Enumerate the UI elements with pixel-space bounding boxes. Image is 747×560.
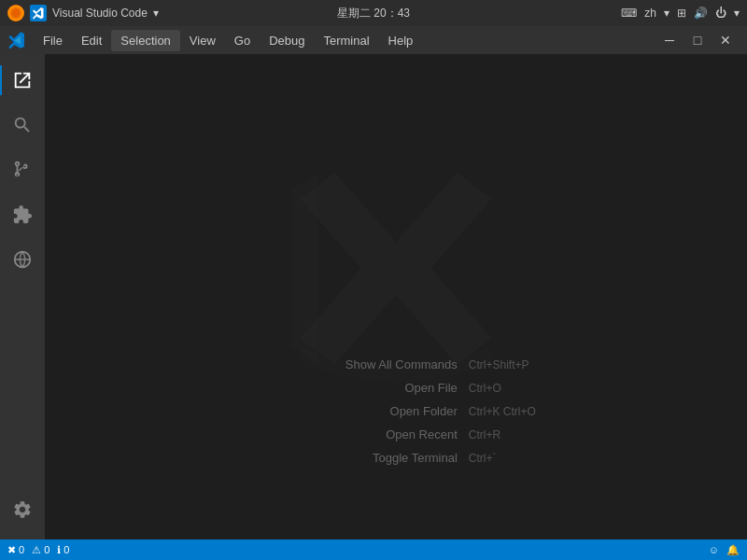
- shortcut-key-1: Ctrl+O: [469, 382, 501, 395]
- status-info[interactable]: ℹ 0: [57, 544, 69, 556]
- volume-icon: 🔊: [694, 7, 708, 20]
- shortcut-name-2: Open Folder: [336, 404, 458, 418]
- activity-bar: [0, 54, 45, 539]
- error-icon: ✖: [7, 544, 16, 556]
- info-icon: ℹ: [57, 544, 61, 556]
- warning-icon: ⚠: [32, 544, 41, 556]
- menu-bar: File Edit Selection View Go Debug Termin…: [34, 30, 655, 51]
- shortcut-key-4: Ctrl+`: [469, 452, 497, 465]
- activity-source-control[interactable]: [0, 147, 45, 192]
- keyboard-icon: ⌨: [621, 7, 637, 20]
- minimize-button[interactable]: ─: [655, 26, 684, 54]
- activity-remote[interactable]: [0, 237, 45, 282]
- vscode-taskbar-icon[interactable]: [30, 5, 47, 21]
- bell-icon: 🔔: [726, 544, 740, 556]
- shortcut-name-1: Open File: [336, 381, 458, 395]
- system-tray: ⌨ zh ▾ ⊞ 🔊 ⏻ ▾: [621, 7, 740, 20]
- power-dropdown[interactable]: ▾: [734, 7, 740, 20]
- activity-settings[interactable]: [0, 487, 45, 532]
- vscode-logo: [7, 31, 26, 49]
- menu-go[interactable]: Go: [225, 30, 260, 51]
- system-bar: Visual Studio Code ▾ 星期二 20：43 ⌨ zh ▾ ⊞ …: [0, 0, 747, 26]
- info-count: 0: [63, 544, 69, 555]
- menu-view[interactable]: View: [180, 30, 225, 51]
- shortcut-key-2: Ctrl+K Ctrl+O: [469, 405, 536, 418]
- shortcut-key-3: Ctrl+R: [469, 428, 500, 441]
- shortcut-name-0: Show All Commands: [336, 357, 458, 371]
- menu-edit[interactable]: Edit: [72, 30, 111, 51]
- shortcut-key-0: Ctrl+Shift+P: [469, 358, 529, 371]
- status-bell[interactable]: 🔔: [726, 544, 740, 556]
- menu-file[interactable]: File: [34, 30, 72, 51]
- vscode-title: Visual Studio Code: [52, 7, 148, 20]
- menu-terminal[interactable]: Terminal: [314, 30, 378, 51]
- shortcut-open-recent: Open Recent Ctrl+R: [336, 427, 536, 441]
- shortcut-name-4: Toggle Terminal: [336, 451, 458, 465]
- menu-debug[interactable]: Debug: [260, 30, 314, 51]
- shortcut-toggle-terminal: Toggle Terminal Ctrl+`: [336, 451, 536, 465]
- system-clock: 星期二 20：43: [337, 6, 410, 21]
- editor-area: Show All Commands Ctrl+Shift+P Open File…: [45, 54, 747, 539]
- warning-count: 0: [44, 544, 49, 555]
- status-errors[interactable]: ✖ 0: [7, 544, 24, 556]
- status-smiley[interactable]: ☺: [709, 544, 719, 555]
- activity-bottom: [0, 487, 45, 539]
- dropdown-arrow[interactable]: ▾: [153, 7, 159, 20]
- status-bar: ✖ 0 ⚠ 0 ℹ 0 ☺ 🔔: [0, 539, 747, 560]
- activity-explorer[interactable]: [0, 58, 45, 103]
- shortcut-open-file: Open File Ctrl+O: [336, 381, 536, 395]
- menu-selection[interactable]: Selection: [111, 30, 179, 51]
- menu-help[interactable]: Help: [379, 30, 423, 51]
- close-button[interactable]: ✕: [712, 26, 740, 54]
- shortcut-show-commands: Show All Commands Ctrl+Shift+P: [336, 357, 536, 371]
- lang-dropdown[interactable]: ▾: [664, 7, 669, 20]
- activity-extensions[interactable]: [0, 192, 45, 237]
- power-icon[interactable]: ⏻: [715, 7, 726, 20]
- main-area: Show All Commands Ctrl+Shift+P Open File…: [0, 54, 747, 539]
- smiley-icon: ☺: [709, 544, 719, 555]
- status-warnings[interactable]: ⚠ 0: [32, 544, 49, 556]
- shortcut-name-3: Open Recent: [336, 427, 458, 441]
- activity-search[interactable]: [0, 103, 45, 147]
- maximize-button[interactable]: □: [684, 26, 712, 54]
- window-controls: ─ □ ✕: [655, 26, 740, 54]
- app-container: File Edit Selection View Go Debug Termin…: [0, 26, 747, 560]
- shortcut-open-folder: Open Folder Ctrl+K Ctrl+O: [336, 404, 536, 418]
- system-bar-left: Visual Studio Code ▾: [7, 5, 159, 21]
- firefox-icon[interactable]: [7, 5, 24, 21]
- title-bar: File Edit Selection View Go Debug Termin…: [0, 26, 747, 54]
- network-icon: ⊞: [677, 7, 686, 20]
- shortcuts-list: Show All Commands Ctrl+Shift+P Open File…: [336, 357, 536, 465]
- error-count: 0: [19, 544, 24, 555]
- lang-indicator[interactable]: zh: [644, 7, 656, 20]
